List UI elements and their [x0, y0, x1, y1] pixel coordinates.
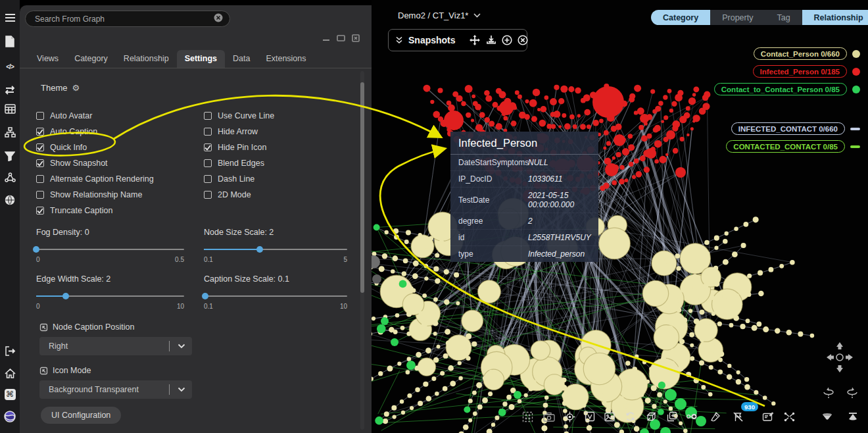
expand-node-icon[interactable] [684, 409, 700, 424]
legend-pill[interactable]: CONTACTED_CONTACT 0/85 [726, 140, 845, 153]
checkbox-box[interactable] [204, 143, 212, 151]
mode-tab-property[interactable]: Property [710, 10, 765, 25]
settings-checkbox[interactable]: Dash Line [204, 171, 355, 187]
logout-icon[interactable] [0, 342, 20, 359]
mode-tab-category[interactable]: Category [651, 10, 710, 25]
legend-pill[interactable]: Infected_Person 0/185 [753, 65, 847, 78]
checkbox-box[interactable] [36, 128, 44, 136]
settings-checkbox[interactable]: Show Snapshot [36, 155, 201, 171]
cone-down-icon[interactable] [819, 409, 835, 424]
breadcrumb[interactable]: Demo2 / CT_Viz1* [398, 11, 481, 20]
settings-checkbox[interactable]: Show Relationship Name [36, 187, 201, 203]
settings-checkbox[interactable]: Use Curve Line [204, 108, 355, 124]
camera-icon[interactable] [541, 409, 557, 424]
brush-icon[interactable] [707, 409, 723, 424]
rotate-right-icon[interactable] [846, 386, 859, 400]
graph-viewport[interactable]: Demo2 / CT_Viz1* Snapshots CategoryPrope… [372, 0, 868, 433]
node-caption-position-select[interactable]: Right [39, 337, 192, 355]
slider-track[interactable] [36, 293, 184, 299]
add-snapshot-icon[interactable] [502, 35, 512, 45]
legend-pill[interactable]: Contact_to_Contact_Person 0/85 [714, 83, 847, 95]
hierarchy-icon[interactable] [0, 124, 20, 141]
checkbox-box[interactable] [204, 112, 212, 120]
cone-up-icon[interactable] [845, 409, 861, 424]
tab-settings[interactable]: Settings [177, 50, 225, 68]
collapse-chevrons-icon[interactable] [395, 36, 403, 44]
gear-icon[interactable]: ⚙ [72, 83, 80, 93]
settings-checkbox[interactable]: Auto Avatar [36, 108, 201, 124]
theme-row[interactable]: Theme ⚙ [41, 83, 80, 93]
ui-configuration-button[interactable]: UI Configuration [41, 407, 121, 424]
move-icon[interactable] [469, 34, 481, 46]
checkbox-box[interactable] [36, 191, 44, 199]
slider-track[interactable] [204, 293, 347, 299]
shortcuts-icon[interactable]: ⌘ [0, 386, 20, 403]
minimize-icon[interactable] [322, 33, 330, 45]
legend-pill[interactable]: INFECTED_CONTACT 0/660 [731, 122, 845, 135]
checkbox-box[interactable] [204, 128, 212, 136]
mode-tab-relationship[interactable]: Relationship [802, 10, 868, 25]
checkbox-box[interactable] [204, 159, 212, 167]
scrollbar-thumb[interactable] [360, 82, 364, 293]
label-select-icon[interactable] [582, 409, 598, 424]
checkbox-box[interactable] [204, 175, 212, 183]
slider-handle[interactable] [33, 246, 39, 253]
settings-checkbox[interactable]: 2D Mode [204, 187, 355, 203]
download-snapshot-icon[interactable] [486, 35, 496, 45]
settings-checkbox[interactable]: Hide Pin Icon [204, 140, 355, 155]
search-input[interactable]: Search From Graph [25, 11, 230, 27]
menu-icon[interactable] [0, 9, 20, 26]
checkbox-box[interactable] [36, 143, 44, 151]
legend-item[interactable]: CONTACTED_CONTACT 0/85 [726, 140, 860, 153]
rotate-left-icon[interactable] [822, 386, 835, 400]
maximize-icon[interactable] [337, 33, 345, 45]
settings-checkbox[interactable]: Auto Caption [36, 124, 201, 140]
slider-handle[interactable] [202, 293, 208, 299]
slider-track[interactable] [204, 246, 347, 253]
legend-item[interactable]: Contact_Person 0/660 [754, 47, 860, 60]
table-icon[interactable] [0, 100, 20, 117]
network-icon[interactable] [0, 168, 20, 186]
checkbox-box[interactable] [36, 207, 44, 215]
settings-checkbox[interactable]: Blend Edges [204, 155, 355, 171]
flag-off-icon[interactable] [730, 409, 746, 424]
cube-3d-icon[interactable] [643, 409, 659, 424]
legend-item[interactable]: Contact_to_Contact_Person 0/85 [714, 83, 860, 95]
checkbox-box[interactable] [36, 159, 44, 167]
settings-checkbox[interactable]: Hide Arrow [204, 124, 355, 140]
image-icon[interactable] [602, 409, 617, 424]
legend-pill[interactable]: Contact_Person 0/660 [754, 47, 847, 60]
icon-mode-select[interactable]: Background Transparent [39, 380, 192, 399]
settings-checkbox[interactable]: Alternate Caption Rendering [36, 171, 201, 187]
cut-edge-icon[interactable] [781, 409, 797, 424]
settings-checkbox[interactable]: Quick Info [36, 140, 201, 155]
close-window-icon[interactable] [352, 33, 360, 45]
duplicate-plus-icon[interactable] [664, 409, 680, 424]
tab-extensions[interactable]: Extensions [258, 50, 314, 68]
mode-tab-tag[interactable]: Tag [765, 10, 802, 25]
legend-item[interactable]: Infected_Person 0/185 [753, 65, 860, 78]
checkbox-box[interactable] [204, 191, 212, 199]
tab-views[interactable]: Views [29, 50, 66, 68]
camera-pan-pad[interactable] [825, 341, 854, 374]
panel-scrollbar[interactable] [360, 71, 364, 430]
globe-icon[interactable] [0, 191, 20, 209]
code-icon[interactable]: </> [0, 58, 20, 75]
swap-arrows-icon[interactable] [0, 82, 20, 99]
note-edit-icon[interactable] [760, 409, 776, 424]
checkbox-box[interactable] [36, 175, 44, 183]
filter-icon[interactable] [0, 147, 20, 165]
legend-item[interactable]: INFECTED_CONTACT 0/660 [731, 122, 860, 135]
select-area-icon[interactable] [519, 409, 535, 424]
home-icon[interactable] [0, 365, 20, 382]
settings-checkbox[interactable]: Truncate Caption [36, 203, 201, 218]
tab-category[interactable]: Category [66, 50, 116, 68]
locate-icon[interactable] [562, 409, 577, 424]
slider-handle[interactable] [256, 246, 263, 253]
slider-handle[interactable] [62, 293, 69, 299]
app-logo[interactable] [0, 408, 20, 425]
slider-track[interactable] [36, 246, 184, 253]
close-snapshots-icon[interactable] [518, 35, 528, 45]
file-icon[interactable] [0, 33, 20, 50]
tab-relationship[interactable]: Relationship [116, 50, 177, 68]
